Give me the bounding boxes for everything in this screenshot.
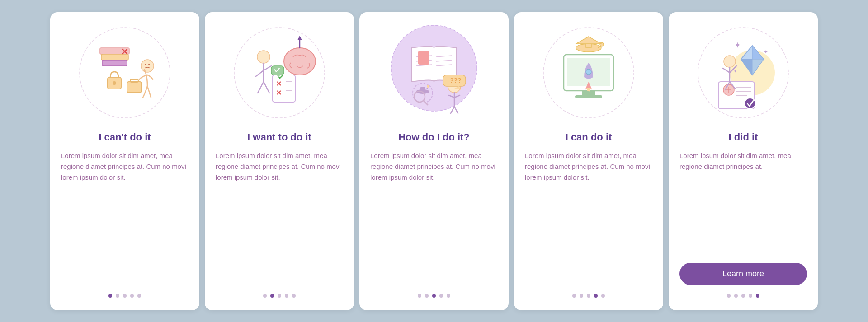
card-3-body: Lorem ipsum dolor sit dim amet, mea regi… <box>370 150 498 285</box>
dot-1 <box>263 294 267 298</box>
dot-2 <box>580 294 583 298</box>
card-3-dots <box>418 294 450 298</box>
svg-point-7 <box>113 81 116 85</box>
dot-2 <box>116 294 119 298</box>
svg-rect-2 <box>101 54 128 60</box>
dot-2 <box>734 294 738 298</box>
svg-marker-57 <box>576 37 601 44</box>
dot-3 <box>587 294 590 298</box>
dot-3 <box>741 294 745 298</box>
how-do-i-do-it-illustration: ??? <box>384 23 484 122</box>
svg-rect-8 <box>127 82 142 93</box>
card-5-title: I did it <box>729 131 758 143</box>
dot-1 <box>418 294 421 298</box>
svg-rect-35 <box>418 51 429 65</box>
svg-rect-50 <box>582 91 595 95</box>
svg-text:✦: ✦ <box>764 49 768 55</box>
did-it-illustration: ✦ ✦ ✦ <box>693 23 793 122</box>
dot-2 <box>425 294 429 298</box>
card-5: ✦ ✦ ✦ <box>669 12 818 310</box>
dot-5 <box>756 294 760 298</box>
svg-rect-9 <box>130 79 138 82</box>
dot-4 <box>749 294 752 298</box>
dot-3 <box>432 294 436 298</box>
learn-more-button[interactable]: Learn more <box>679 263 807 285</box>
svg-text:✦: ✦ <box>733 69 737 74</box>
svg-rect-3 <box>102 60 127 66</box>
dot-2 <box>270 294 274 298</box>
dot-1 <box>572 294 576 298</box>
dot-4 <box>130 294 134 298</box>
svg-text:???: ??? <box>450 77 462 84</box>
card-4-dots <box>572 294 605 298</box>
svg-rect-18 <box>273 75 295 102</box>
card-5-dots <box>727 294 760 298</box>
cards-container: I can't do it Lorem ipsum dolor sit dim … <box>41 3 827 319</box>
card-1-title: I can't do it <box>99 131 151 143</box>
svg-rect-51 <box>575 95 602 98</box>
card-3-title: How do I do it? <box>398 131 470 143</box>
svg-point-17 <box>257 51 270 63</box>
card-1-body: Lorem ipsum dolor sit dim amet, mea regi… <box>61 150 189 285</box>
want-to-do-it-illustration <box>230 23 329 122</box>
dot-1 <box>727 294 731 298</box>
dot-5 <box>447 294 450 298</box>
svg-point-0 <box>80 28 170 118</box>
card-4: I can do it Lorem ipsum dolor sit dim am… <box>514 12 663 310</box>
card-2: I want to do it Lorem ipsum dolor sit di… <box>205 12 354 310</box>
svg-point-40 <box>427 85 429 88</box>
card-2-body: Lorem ipsum dolor sit dim amet, mea regi… <box>216 150 343 285</box>
can-do-it-illustration <box>539 23 638 122</box>
card-4-title: I can do it <box>566 131 612 143</box>
card-5-body: Lorem ipsum dolor sit dim amet, mea regi… <box>679 150 807 256</box>
svg-marker-16 <box>297 36 302 40</box>
svg-point-14 <box>284 48 316 75</box>
dot-5 <box>601 294 605 298</box>
dot-4 <box>285 294 288 298</box>
dot-5 <box>137 294 141 298</box>
dot-4 <box>594 294 598 298</box>
dot-4 <box>439 294 443 298</box>
svg-point-75 <box>724 56 736 67</box>
card-2-dots <box>263 294 296 298</box>
svg-point-12 <box>148 64 150 65</box>
dot-5 <box>292 294 296 298</box>
svg-text:✦: ✦ <box>734 41 741 50</box>
cant-do-it-illustration <box>75 23 175 122</box>
svg-point-10 <box>141 60 154 72</box>
card-3: ??? How do I do it? Lorem ipsum dolor si… <box>359 12 509 310</box>
svg-point-11 <box>145 64 146 65</box>
card-1-dots <box>108 294 141 298</box>
dot-3 <box>123 294 127 298</box>
card-2-title: I want to do it <box>247 131 311 143</box>
svg-point-74 <box>745 98 755 109</box>
card-1: I can't do it Lorem ipsum dolor sit dim … <box>50 12 199 310</box>
dot-1 <box>108 294 112 298</box>
dot-3 <box>278 294 281 298</box>
card-4-body: Lorem ipsum dolor sit dim amet, mea regi… <box>525 150 652 285</box>
svg-point-52 <box>586 69 591 75</box>
